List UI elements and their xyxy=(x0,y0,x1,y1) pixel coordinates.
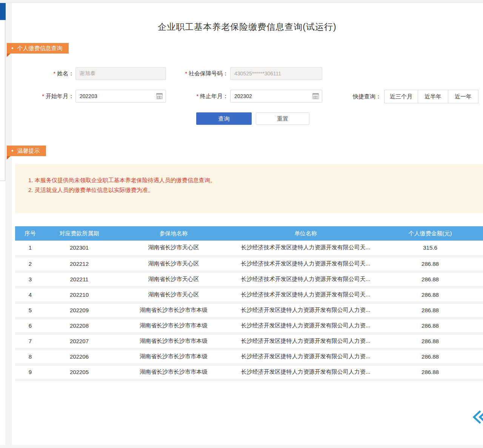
cell-amount: 286.88 xyxy=(377,302,483,318)
name-label: *姓名： xyxy=(38,67,74,80)
cell-employer: 长沙经济开发区捷特人力资源开发有限公司人力资... xyxy=(234,302,377,318)
required-asterisk: * xyxy=(54,71,55,77)
cell-period: 202207 xyxy=(45,333,113,349)
cell-seq: 2 xyxy=(15,256,45,272)
cell-seq: 4 xyxy=(15,287,45,302)
cell-employer: 长沙经济开发区捷特人力资源开发有限公司人力资... xyxy=(234,364,377,380)
header-insured-area: 参保地名称 xyxy=(113,226,234,241)
side-gutter xyxy=(5,3,11,445)
cell-insured-area: 湖南省长沙市天心区 xyxy=(113,241,234,256)
cell-seq: 8 xyxy=(15,349,45,364)
top-edge-bar xyxy=(0,0,483,3)
cell-amount: 286.88 xyxy=(377,272,483,287)
page-bottom-strip xyxy=(0,445,483,448)
table-row: 7202207湖南省长沙市长沙市市本级长沙经济开发区捷特人力资源开发有限公司人力… xyxy=(15,333,483,349)
cell-period: 202210 xyxy=(45,287,113,302)
notice-box: 1. 本服务仅提供尚未领取企业职工基本养老保险待遇人员的缴费信息查询。 2. 灵… xyxy=(15,164,483,213)
cell-insured-area: 湖南省长沙市天心区 xyxy=(113,272,234,287)
bullet-icon: • xyxy=(11,43,14,54)
cell-amount: 315.6 xyxy=(377,241,483,256)
cell-amount: 286.88 xyxy=(377,349,483,364)
page-title: 企业职工基本养老保险缴费信息查询(试运行) xyxy=(11,21,483,33)
end-month-input[interactable] xyxy=(230,90,322,103)
collapse-panel-chevron-icon[interactable] xyxy=(471,410,483,425)
end-month-label: *终止年月： xyxy=(185,90,228,103)
cell-period: 202205 xyxy=(45,364,113,380)
start-month-label: *开始年月： xyxy=(30,90,74,103)
cell-period: 202208 xyxy=(45,318,113,333)
badge-fold-decoration xyxy=(7,156,11,160)
cell-insured-area: 湖南省长沙市天心区 xyxy=(113,256,234,272)
table-body: 1202301湖南省长沙市天心区长沙经济技术开发区捷特人力资源开发有限公司天..… xyxy=(15,241,483,380)
cell-insured-area: 湖南省长沙市长沙市市本级 xyxy=(113,349,234,364)
required-asterisk: * xyxy=(185,71,187,77)
table-row: 5202209湖南省长沙市长沙市市本级长沙经济开发区捷特人力资源开发有限公司人力… xyxy=(15,302,483,318)
cell-employer: 长沙经济技术开发区捷特人力资源开发有限公司天... xyxy=(234,287,377,302)
table-row: 6202208湖南省长沙市长沙市市本级长沙经济开发区捷特人力资源开发有限公司人力… xyxy=(15,318,483,333)
start-month-picker[interactable] xyxy=(75,90,166,103)
section-header-tips: • 温馨提示 xyxy=(7,146,46,156)
required-asterisk: * xyxy=(42,93,44,99)
name-field xyxy=(75,67,166,80)
quick-option-one-year[interactable]: 近一年 xyxy=(448,90,478,103)
cell-seq: 6 xyxy=(15,318,45,333)
cell-amount: 286.88 xyxy=(377,256,483,272)
cell-period: 202301 xyxy=(45,241,113,256)
table-header-row: 序号 对应费款所属期 参保地名称 单位名称 个人缴费金额(元) xyxy=(15,226,483,241)
cell-insured-area: 湖南省长沙市长沙市市本级 xyxy=(113,318,234,333)
cell-amount: 286.88 xyxy=(377,364,483,380)
cell-insured-area: 湖南省长沙市长沙市市本级 xyxy=(113,333,234,349)
sidebar-tab[interactable] xyxy=(0,3,6,20)
cell-seq: 7 xyxy=(15,333,45,349)
payment-results-table: 序号 对应费款所属期 参保地名称 单位名称 个人缴费金额(元) 1202301湖… xyxy=(15,226,483,381)
reset-button[interactable]: 重置 xyxy=(256,112,309,125)
table-row: 3202211湖南省长沙市天心区长沙经济技术开发区捷特人力资源开发有限公司天..… xyxy=(15,272,483,287)
cell-employer: 长沙经济开发区捷特人力资源开发有限公司人力资... xyxy=(234,349,377,364)
quick-option-3-months[interactable]: 近三个月 xyxy=(384,90,418,103)
cell-period: 202211 xyxy=(45,272,113,287)
cell-amount: 286.88 xyxy=(377,287,483,302)
cell-amount: 286.88 xyxy=(377,318,483,333)
bullet-icon: • xyxy=(11,146,14,156)
cell-amount: 286.88 xyxy=(377,333,483,349)
required-asterisk: * xyxy=(197,93,198,99)
cell-seq: 3 xyxy=(15,272,45,287)
header-period: 对应费款所属期 xyxy=(45,226,113,241)
section-header-personal-query: • 个人缴费信息查询 xyxy=(7,43,69,54)
cell-period: 202212 xyxy=(45,256,113,272)
cell-insured-area: 湖南省长沙市天心区 xyxy=(113,287,234,302)
cell-employer: 长沙经济技术开发区捷特人力资源开发有限公司天... xyxy=(234,241,377,256)
cell-period: 202209 xyxy=(45,302,113,318)
cell-employer: 长沙经济技术开发区捷特人力资源开发有限公司天... xyxy=(234,256,377,272)
section-label: 个人缴费信息查询 xyxy=(17,43,63,54)
ssn-label: *社会保障号码： xyxy=(170,67,228,80)
cell-employer: 长沙经济开发区捷特人力资源开发有限公司人力资... xyxy=(234,318,377,333)
left-sidebar-rail xyxy=(0,3,5,181)
quick-option-half-year[interactable]: 近半年 xyxy=(418,90,448,103)
table-row: 2202212湖南省长沙市天心区长沙经济技术开发区捷特人力资源开发有限公司天..… xyxy=(15,256,483,272)
table-row: 4202210湖南省长沙市天心区长沙经济技术开发区捷特人力资源开发有限公司天..… xyxy=(15,287,483,302)
ssn-field xyxy=(230,67,322,80)
table-row: 1202301湖南省长沙市天心区长沙经济技术开发区捷特人力资源开发有限公司天..… xyxy=(15,241,483,256)
section-label: 温馨提示 xyxy=(17,146,40,156)
header-seq: 序号 xyxy=(15,226,45,241)
start-month-input[interactable] xyxy=(75,90,166,103)
cell-employer: 长沙经济开发区捷特人力资源开发有限公司人力资... xyxy=(234,333,377,349)
table-row: 8202206湖南省长沙市长沙市市本级长沙经济开发区捷特人力资源开发有限公司人力… xyxy=(15,349,483,364)
cell-seq: 1 xyxy=(15,241,45,256)
header-amount: 个人缴费金额(元) xyxy=(377,226,483,241)
calendar-icon[interactable] xyxy=(312,93,319,99)
cell-period: 202206 xyxy=(45,349,113,364)
cell-employer: 长沙经济技术开发区捷特人力资源开发有限公司天... xyxy=(234,272,377,287)
badge-fold-decoration xyxy=(7,54,11,57)
calendar-icon[interactable] xyxy=(156,93,163,99)
quick-query-label: 快捷查询： xyxy=(350,90,381,103)
cell-seq: 5 xyxy=(15,302,45,318)
end-month-picker[interactable] xyxy=(230,90,322,103)
notice-line-1: 1. 本服务仅提供尚未领取企业职工基本养老保险待遇人员的缴费信息查询。 xyxy=(28,175,483,185)
query-button[interactable]: 查询 xyxy=(196,112,252,125)
cell-insured-area: 湖南省长沙市长沙市市本级 xyxy=(113,364,234,380)
notice-line-2: 2. 灵活就业人员的缴费单位信息以实际缴费为准。 xyxy=(28,185,483,195)
table-row: 9202205湖南省长沙市长沙市市本级长沙经济开发区捷特人力资源开发有限公司人力… xyxy=(15,364,483,380)
header-employer: 单位名称 xyxy=(234,226,377,241)
